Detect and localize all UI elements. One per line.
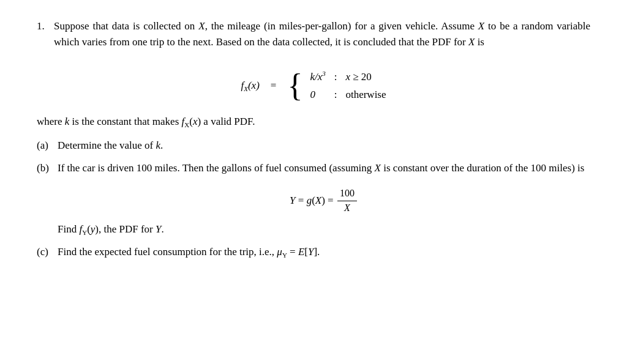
pdf-formula: fX(x) = { k/x3 : x ≥ 20 0 : otherwise <box>37 69 590 103</box>
case1-colon: : <box>334 69 337 85</box>
part-a-label: (a) <box>37 138 55 154</box>
y-formula-lhs: Y = g(X) = <box>290 193 334 209</box>
part-a-content: Determine the value of k. <box>58 138 590 154</box>
part-c-content: Find the expected fuel consumption for t… <box>58 244 590 260</box>
y-formula: Y = g(X) = 100 X <box>58 187 590 215</box>
problem-number: 1. <box>37 18 54 51</box>
part-b-label: (b) <box>37 160 55 176</box>
cases-table: k/x3 : x ≥ 20 0 : otherwise <box>310 69 386 103</box>
fx-label: fX(x) <box>241 78 259 94</box>
fraction-denominator: X <box>342 201 353 215</box>
case2-colon: : <box>334 87 337 103</box>
part-b-content: If the car is driven 100 miles. Then the… <box>58 160 590 238</box>
where-text: where k is the constant that makes fX(x)… <box>37 114 590 130</box>
case2-cond: otherwise <box>345 87 386 103</box>
part-a: (a) Determine the value of k. <box>37 138 590 154</box>
big-brace: { <box>287 70 302 102</box>
var-x-inline: X <box>198 20 205 32</box>
problem-intro: Suppose that data is collected on X, the… <box>54 18 590 51</box>
case1-cond: x ≥ 20 <box>345 69 386 85</box>
part-c: (c) Find the expected fuel consumption f… <box>37 244 590 260</box>
fraction-100-x: 100 X <box>337 187 357 215</box>
var-x-inline3: X <box>468 36 475 48</box>
case1-expr: k/x3 <box>310 69 325 85</box>
var-x-inline2: X <box>478 20 484 32</box>
part-c-label: (c) <box>37 244 55 260</box>
case2-expr: 0 <box>310 87 325 103</box>
fraction-numerator: 100 <box>337 187 357 201</box>
brace-container: { k/x3 : x ≥ 20 0 : otherwise <box>287 69 386 103</box>
equals-sign: = <box>271 78 277 94</box>
part-b: (b) If the car is driven 100 miles. Then… <box>37 160 590 238</box>
problem-header: 1. Suppose that data is collected on X, … <box>37 18 590 51</box>
parts-container: (a) Determine the value of k. (b) If the… <box>37 138 590 260</box>
problem-container: 1. Suppose that data is collected on X, … <box>37 18 590 260</box>
find-fy-text: Find fY(y), the PDF for Y. <box>58 221 590 237</box>
